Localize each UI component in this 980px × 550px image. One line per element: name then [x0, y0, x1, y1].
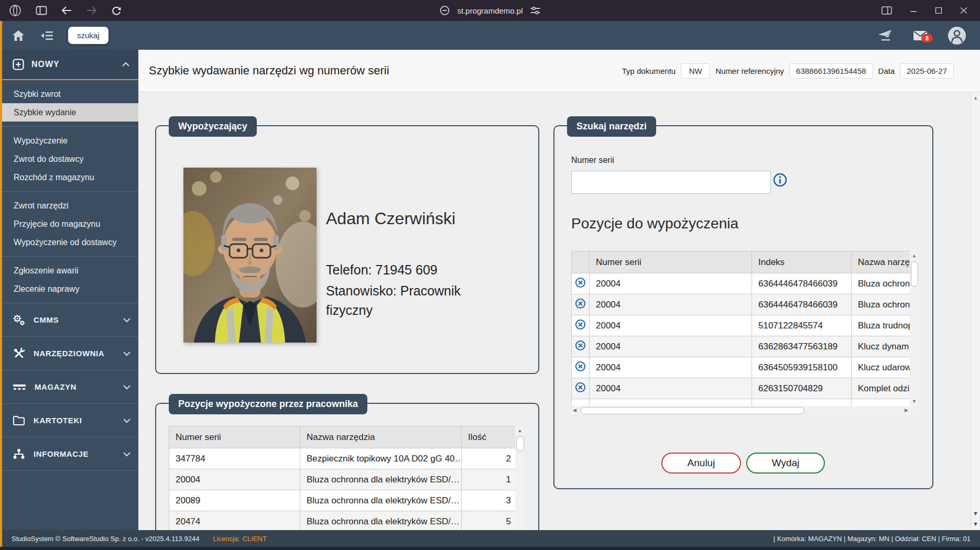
remove-item-button[interactable] [572, 336, 590, 357]
ref-number-label: Numer referencyjny [715, 67, 784, 75]
sidebar-group-quick: Szybki zwrot Szybkie wydanie [2, 80, 138, 127]
chevron-down-icon [123, 418, 131, 423]
serial-number-input[interactable] [571, 171, 771, 194]
table-row[interactable]: 20004 6364505939158100 Klucz udarow [572, 357, 910, 378]
cell-serial: 20089 [169, 490, 300, 511]
site-info-icon[interactable] [439, 5, 450, 16]
search-button[interactable]: szukaj [68, 27, 108, 44]
send-icon[interactable] [877, 29, 893, 42]
cell-tool-name: Bluza ochronna dla elektryków ESD/… [300, 511, 462, 531]
remove-item-button[interactable] [572, 315, 590, 336]
column-header[interactable]: Indeks [752, 251, 852, 273]
scrollbar-thumb[interactable] [516, 436, 524, 451]
table-row[interactable]: 20004 6263150704829 Komplet odzi [572, 378, 910, 399]
maximize-icon[interactable] [935, 7, 942, 14]
column-header[interactable]: Nazwa narzędzia [300, 426, 462, 448]
app-topbar: szukaj 8 [2, 21, 980, 50]
sidebar-item-wypozyczenie[interactable]: Wypożyczenie [2, 131, 138, 150]
main-scrollbar[interactable]: ▲ ▼ ▼ [971, 92, 980, 530]
cell-index: 6362863477563189 [752, 336, 852, 357]
forward-icon[interactable] [86, 6, 97, 15]
table-row[interactable]: 20004 5107122845574 Bluza trudnop [572, 315, 910, 336]
sidebar-item-zlecenie-naprawy[interactable]: Zlecenie naprawy [2, 280, 138, 298]
cell-serial: 20004 [590, 357, 752, 378]
sidebar-module-magazyn[interactable]: MAGAZYN [2, 370, 138, 404]
footer-license-label: Licencja: [213, 535, 239, 543]
sidebar-item-zgloszenie-awarii[interactable]: Zgłoszenie awarii [2, 261, 138, 280]
scrollbar-thumb[interactable] [581, 407, 804, 414]
table-row[interactable]: 347784 Bezpiecznik topikowy 10A D02 gG 4… [169, 448, 516, 469]
document-fields: Typ dokumentu NW Numer referencyjny 6388… [622, 63, 954, 79]
sidebar-item-zwrot-narzedzi[interactable]: Zwrot narzędzi [2, 196, 138, 215]
back-icon[interactable] [61, 6, 72, 15]
close-icon[interactable] [960, 7, 967, 14]
column-header[interactable]: Nazwa narzę [852, 251, 910, 273]
remove-item-button[interactable] [572, 378, 590, 399]
items-table-vscrollbar[interactable]: ▲ ▼ [910, 251, 919, 406]
sidebar-module-narzedziownia[interactable]: NARZĘDZIOWNIA [2, 337, 138, 370]
scrollbar-thumb[interactable] [911, 261, 918, 287]
sidebar-item-rozchod-z-magazynu[interactable]: Rozchód z magazynu [2, 168, 138, 186]
sidebar-item-szybki-zwrot[interactable]: Szybki zwrot [2, 85, 138, 103]
tune-icon[interactable] [530, 6, 541, 15]
cell-serial: 20004 [169, 469, 300, 490]
table-row[interactable]: 20004 6364446478466039 Bluza ochron [572, 273, 910, 294]
doc-type-value: NW [681, 63, 710, 79]
items-table-hscrollbar[interactable]: ◀ ▶ [571, 406, 919, 415]
window-bottom-edge [0, 547, 980, 550]
table-row[interactable]: 20474 Bluza ochronna dla elektryków ESD/… [169, 511, 516, 531]
table-header-row: Numer serii Indeks Nazwa narzę [572, 251, 910, 273]
tab-workspaces-icon[interactable] [36, 6, 47, 15]
table-row[interactable]: 20004 6362863477563189 Klucz dynam [572, 336, 910, 357]
cell-serial: 20004 [590, 378, 752, 399]
table-row[interactable]: 20004 Bluza ochronna dla elektryków ESD/… [169, 469, 516, 490]
collapse-menu-icon[interactable] [41, 30, 53, 41]
cell-index: 6364505939158100 [752, 357, 852, 378]
info-icon[interactable] [773, 173, 787, 187]
sidebar-item-wypozyczenie-od-dostawcy[interactable]: Wypożyczenie od dostawcy [2, 233, 138, 251]
column-header[interactable]: Numer serii [169, 426, 300, 448]
plus-square-icon [13, 59, 24, 70]
remove-item-button[interactable] [572, 273, 590, 294]
sidebar-item-zwrot-do-dostawcy[interactable]: Zwrot do dostawcy [2, 150, 138, 168]
table-row[interactable]: 20004 6364446478466039 Bluza ochron [572, 294, 910, 315]
sidebar-group-return: Zwrot narzędzi Przyjęcie do magazynu Wyp… [2, 192, 138, 257]
borrower-panel: Wypożyczający [155, 125, 539, 374]
home-icon[interactable] [12, 29, 25, 42]
sidebar-group-service: Zgłoszenie awarii Zlecenie naprawy [2, 257, 138, 303]
minimize-icon[interactable] [910, 7, 917, 14]
sidebar-module-informacje[interactable]: INFORMACJE [2, 437, 138, 471]
split-screen-icon[interactable] [881, 6, 892, 15]
issue-button[interactable]: Wydaj [746, 453, 825, 474]
remove-item-button[interactable] [572, 357, 590, 378]
cell-tool-name: Bluza ochron [852, 273, 910, 294]
items-to-lend-heading: Pozycje do wypożyczenia [571, 215, 738, 232]
sidebar-module-kartoteki[interactable]: KARTOTEKI [2, 404, 138, 437]
sidebar-item-szybkie-wydanie[interactable]: Szybkie wydanie [2, 103, 138, 122]
sidebar-module-label: INFORMACJE [34, 449, 89, 458]
cell-tool-name: Klucz dynam [852, 336, 910, 357]
cell-tool-name: Bluza trudnop [852, 315, 910, 336]
column-header[interactable]: Numer serii [590, 251, 752, 273]
column-header[interactable]: Ilość [462, 426, 516, 448]
table-row[interactable]: 20089 Bluza ochronna dla elektryków ESD/… [169, 490, 516, 511]
sidebar-module-label: MAGAZYN [35, 382, 77, 391]
sidebar-group-lend: Wypożyczenie Zwrot do dostawcy Rozchód z… [2, 127, 138, 192]
chevron-up-icon [122, 62, 130, 67]
cell-qty: 1 [462, 469, 516, 490]
messages-button[interactable]: 8 [913, 30, 928, 41]
cell-tool-name: Klucz udarow [852, 357, 910, 378]
status-footer: StudioSystem © SoftwareStudio Sp. z o.o.… [2, 530, 980, 547]
sidebar-module-cmms[interactable]: CMMS [2, 303, 138, 337]
reload-icon[interactable] [111, 5, 122, 16]
sidebar-item-przyjecie-do-magazynu[interactable]: Przyjęcie do magazynu [2, 215, 138, 233]
folder-icon [13, 415, 25, 426]
url-text[interactable]: st.programdemo.pl [457, 6, 522, 15]
remove-item-button[interactable] [572, 294, 590, 315]
cell-tool-name: Komplet odzi [852, 378, 910, 399]
user-profile-icon[interactable] [948, 26, 966, 45]
cancel-button[interactable]: Anuluj [661, 453, 741, 474]
borrowed-table-scrollbar[interactable]: ▲ [515, 426, 525, 530]
sidebar-section-nowy[interactable]: NOWY [2, 50, 138, 80]
cell-tool-name: Bluza ochron [852, 294, 910, 315]
